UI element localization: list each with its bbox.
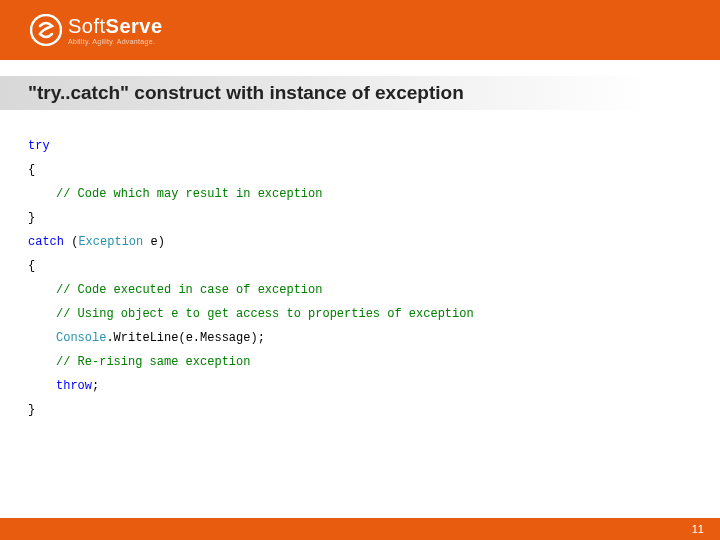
slide-title-bar: "try..catch" construct with instance of … xyxy=(0,76,720,110)
code-text: ( xyxy=(64,235,78,249)
code-type: Exception xyxy=(78,235,143,249)
code-text: .WriteLine(e.Message); xyxy=(106,331,264,345)
code-keyword: catch xyxy=(28,235,64,249)
code-brace: } xyxy=(28,403,35,417)
logo-name-light: Soft xyxy=(68,15,106,37)
code-text: ; xyxy=(92,379,99,393)
slide-title: "try..catch" construct with instance of … xyxy=(28,82,464,103)
code-keyword: try xyxy=(28,139,50,153)
code-comment: // Code executed in case of exception xyxy=(28,278,322,302)
code-block: try { // Code which may result in except… xyxy=(0,110,720,422)
code-keyword: throw xyxy=(56,379,92,393)
code-brace: { xyxy=(28,163,35,177)
logo: SoftServe Ability. Agility. Advantage. xyxy=(30,14,163,46)
logo-tagline: Ability. Agility. Advantage. xyxy=(68,38,163,45)
logo-name-bold: Serve xyxy=(106,15,163,37)
logo-name: SoftServe xyxy=(68,16,163,36)
code-brace: { xyxy=(28,259,35,273)
page-number: 11 xyxy=(692,523,704,535)
code-type: Console xyxy=(56,331,106,345)
code-text: e) xyxy=(143,235,165,249)
logo-text: SoftServe Ability. Agility. Advantage. xyxy=(68,16,163,45)
code-comment: // Code which may result in exception xyxy=(28,182,322,206)
footer-bar: 11 xyxy=(0,518,720,540)
softserve-logo-icon xyxy=(30,14,62,46)
header-bar: SoftServe Ability. Agility. Advantage. xyxy=(0,0,720,60)
code-comment: // Re-rising same exception xyxy=(28,350,250,374)
code-comment: // Using object e to get access to prope… xyxy=(28,302,474,326)
code-brace: } xyxy=(28,211,35,225)
